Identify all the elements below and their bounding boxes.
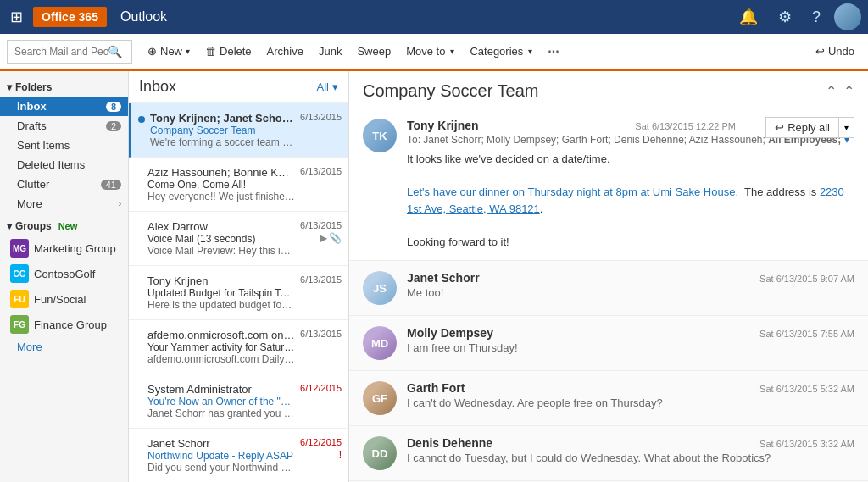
search-box[interactable]: 🔍 [7, 40, 132, 64]
email-detail: Company Soccer Team ⌃ ⌃ ↩ Reply all ▾ TK [349, 71, 868, 482]
sidebar: ▾ Folders Inbox 8 Drafts 2 Sent Items De… [0, 71, 129, 482]
email-content: Janet Schorr Northwind Update - Reply AS… [147, 437, 295, 474]
email-date: 6/12/2015 [300, 437, 342, 447]
groups-more[interactable]: More [0, 337, 128, 357]
email-subject: Updated Budget for Tailspin Toys project [147, 287, 295, 299]
group-item-finance[interactable]: FG Finance Group [0, 312, 128, 337]
email-subject: Come One, Come All! [147, 179, 295, 191]
email-preview: Here is the updated budget for the Tails… [147, 299, 295, 311]
new-dropdown-icon[interactable]: ▾ [186, 47, 190, 56]
thread-date: Sat 6/13/2015 7:55 AM [760, 329, 854, 339]
email-item[interactable]: System Administrator You're Now an Owner… [129, 374, 348, 429]
thread-body-0: Tony Krijnen Sat 6/13/2015 12:22 PM To: … [407, 119, 854, 250]
new-button[interactable]: ⊕ New ▾ [141, 40, 197, 64]
avatar[interactable] [834, 3, 861, 30]
office-brand: Office 365 [33, 7, 107, 27]
move-button[interactable]: Move to [399, 40, 461, 64]
email-sender: Alex Darrow [147, 220, 295, 233]
sidebar-item-deleted[interactable]: Deleted Items [0, 155, 128, 175]
gear-icon[interactable]: ⚙ [771, 4, 798, 30]
reply-all-button[interactable]: ↩ Reply all [765, 117, 839, 138]
group-item-contoso[interactable]: CG ContosoGolf [0, 261, 128, 286]
junk-button[interactable]: Junk [312, 40, 348, 64]
undo-icon: ↩ [815, 45, 825, 58]
email-date: 6/13/2015 [300, 274, 342, 285]
email-item[interactable]: Alex Darrow Voice Mail (13 seconds) Voic… [129, 212, 348, 266]
thread-sender-row: Janet Schorr Sat 6/13/2015 9:07 AM [407, 271, 854, 285]
thread-item-1[interactable]: JS Janet Schorr Sat 6/13/2015 9:07 AM Me… [349, 261, 868, 316]
first-thread-container: ↩ Reply all ▾ TK Tony Krijnen Sat 6/13/2… [349, 108, 868, 261]
app-grid-icon[interactable]: ⊞ [7, 4, 26, 30]
folders-label: Folders [15, 81, 52, 93]
thread-item-2[interactable]: MD Molly Dempsey Sat 6/13/2015 7:55 AM I… [349, 316, 868, 371]
thread-body-3: Garth Fort Sat 6/13/2015 5:32 AM I can't… [407, 381, 854, 415]
email-subject: You're Now an Owner of the "Project Falc… [147, 396, 295, 407]
sweep-button[interactable]: Sweep [350, 40, 398, 64]
email-item[interactable]: Tony Krijnen Updated Budget for Tailspin… [129, 266, 348, 320]
email-item[interactable]: Janet Schorr Northwind Update - Reply AS… [129, 429, 348, 482]
folders-chevron: ▾ [7, 81, 12, 93]
thread-item-4[interactable]: DD Denis Dehenne Sat 6/13/2015 3:32 AM I… [349, 426, 868, 481]
more-button[interactable]: ··· [541, 42, 565, 61]
thread-sender: Janet Schorr [407, 271, 480, 285]
email-subject: Northwind Update - Reply ASAP [147, 450, 295, 462]
undo-button[interactable]: ↩ Undo [809, 42, 861, 61]
thread-preview: Me too! [407, 286, 854, 299]
sidebar-item-more[interactable]: More › [0, 194, 128, 213]
reply-all-container: ↩ Reply all ▾ [765, 117, 854, 138]
search-icon[interactable]: 🔍 [108, 45, 122, 58]
email-content: Tony Krijnen Updated Budget for Tailspin… [147, 274, 295, 311]
email-meta: 6/13/2015 ▶ 📎 [300, 220, 342, 244]
sidebar-item-inbox[interactable]: Inbox 8 [0, 97, 128, 116]
email-item[interactable]: afdemo.onmicrosoft.com on Yammer Your Ya… [129, 320, 348, 374]
email-item[interactable]: Aziz Hassouneh; Bonnie Kearney; D... Com… [129, 158, 348, 212]
email-content: System Administrator You're Now an Owner… [147, 383, 295, 419]
filter-all[interactable]: All ▾ [317, 80, 338, 93]
email-meta: 6/12/2015 ! [300, 437, 342, 461]
clutter-badge: 41 [101, 180, 121, 190]
email-sender: Tony Krijnen [147, 274, 295, 287]
groups-chevron: ▾ [7, 220, 12, 232]
sidebar-item-sent[interactable]: Sent Items [0, 136, 128, 155]
sidebar-item-drafts[interactable]: Drafts 2 [0, 116, 128, 136]
delete-button[interactable]: 🗑 Delete [198, 40, 259, 64]
thread-sender: Denis Dehenne [407, 436, 492, 450]
sidebar-item-clutter[interactable]: Clutter 41 [0, 175, 128, 194]
thread-sender-row: Garth Fort Sat 6/13/2015 5:32 AM [407, 381, 854, 395]
inbox-title: Inbox [139, 78, 176, 96]
collapse-icon[interactable]: ⌃ [826, 83, 837, 99]
categories-button[interactable]: Categories [463, 40, 539, 64]
expand-icon[interactable]: ⌃ [843, 83, 854, 99]
search-input[interactable] [14, 46, 108, 58]
attach-icon: 📎 [329, 232, 342, 244]
help-icon[interactable]: ? [805, 5, 827, 30]
marketing-label: Marketing Group [34, 242, 116, 255]
archive-button[interactable]: Archive [260, 40, 310, 64]
email-list: Inbox All ▾ Tony Krijnen; Janet Schorr; … [129, 71, 349, 482]
thread-body-2: Molly Dempsey Sat 6/13/2015 7:55 AM I am… [407, 326, 854, 360]
group-item-funsocial[interactable]: FU Fun/Social [0, 286, 128, 312]
inbox-badge: 8 [106, 102, 121, 112]
thread-item-3[interactable]: GF Garth Fort Sat 6/13/2015 5:32 AM I ca… [349, 371, 868, 426]
new-icon: ⊕ [147, 45, 157, 58]
bell-icon[interactable]: 🔔 [732, 4, 765, 30]
filter-label: All [317, 80, 329, 93]
folders-header[interactable]: ▾ Folders [0, 78, 128, 97]
email-icons: ! [339, 449, 342, 461]
unread-indicator [138, 116, 145, 123]
funsocial-label: Fun/Social [34, 293, 86, 306]
thread-sender: Tony Krijnen [407, 119, 479, 132]
email-preview: Voice Mail Preview: Hey this is Alex I'm… [147, 245, 295, 257]
thread-date: Sat 6/13/2015 9:07 AM [760, 274, 854, 284]
dinner-link[interactable]: Let's have our dinner on Thursday night … [407, 186, 738, 198]
email-icons: ▶ 📎 [320, 232, 342, 244]
email-date: 6/13/2015 [300, 220, 342, 230]
avatar-janet: JS [363, 271, 397, 305]
email-preview: Janet Schorr has granted you ownership w… [147, 407, 295, 419]
groups-header[interactable]: ▾ Groups New [0, 217, 128, 235]
email-date: 6/13/2015 [300, 329, 342, 339]
contoso-icon: CG [10, 264, 29, 283]
group-item-marketing[interactable]: MG Marketing Group [0, 235, 128, 261]
email-item[interactable]: Tony Krijnen; Janet Schorr; Molly D... C… [129, 103, 348, 158]
reply-dropdown-button[interactable]: ▾ [839, 117, 854, 138]
